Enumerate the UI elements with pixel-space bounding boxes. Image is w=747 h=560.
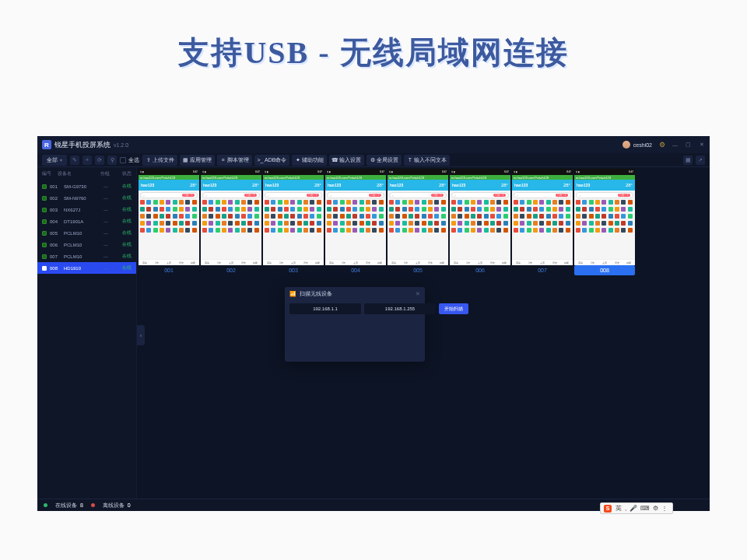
main-area: ⚲ ▮8:47m.hao123.com/?vit=h123hao12328°⌕百… xyxy=(137,167,710,499)
titlebar: R 锐星手机投屏系统 v1.2.0 ceshi02 xyxy=(37,136,710,153)
text-icon: T xyxy=(407,157,412,163)
device-row-007[interactable]: 007PCLM10—在线 xyxy=(37,250,136,262)
row-checkbox[interactable] xyxy=(42,219,47,224)
ime-item[interactable]: 英 xyxy=(615,505,622,512)
user-menu[interactable]: ceshi02 xyxy=(622,141,652,149)
phone-screen: ⚲ ▮8:47m.hao123.com/?vit=h123hao12328°⌕百… xyxy=(325,169,386,265)
detach-icon[interactable]: ↗ xyxy=(696,156,705,165)
phone-screen: ⚲ ▮8:47m.hao123.com/?vit=h123hao12328°⌕百… xyxy=(201,169,261,265)
row-checkbox[interactable] xyxy=(42,243,47,247)
ip-from-input[interactable] xyxy=(289,303,361,314)
phone-label: 001 xyxy=(139,265,199,275)
wifi-icon[interactable]: ⚲ xyxy=(107,156,117,165)
toolbar-phone-button[interactable]: ☎输入设置 xyxy=(329,155,364,166)
device-row-005[interactable]: 005PCLM10—在线 xyxy=(37,227,136,239)
phone-006[interactable]: ⚲ ▮8:47m.hao123.com/?vit=h123hao12328°⌕百… xyxy=(450,169,510,275)
edit-icon[interactable]: ✎ xyxy=(70,156,79,165)
avatar xyxy=(622,141,630,149)
toolbar: 全部 ✎ + ⟳ ⚲ 全选 ⇧上传文件▦应用管理≡脚本管理>_ADB命令✦辅助功… xyxy=(37,153,710,167)
phone-label: 003 xyxy=(263,265,324,275)
phone-007[interactable]: ⚲ ▮8:47m.hao123.com/?vit=h123hao12328°⌕百… xyxy=(512,169,573,275)
wifi-icon xyxy=(289,291,296,297)
phone-008[interactable]: ⚲ ▮8:47m.hao123.com/?vit=h123hao12328°⌕百… xyxy=(574,169,635,275)
device-sidebar: 编号 设备名 分组 状态 001SM-G9730—在线002SM-N9760—在… xyxy=(37,167,137,499)
ime-item[interactable]: 🎤 xyxy=(630,505,637,512)
phone-002[interactable]: ⚲ ▮8:47m.hao123.com/?vit=h123hao12328°⌕百… xyxy=(201,169,261,275)
device-row-004[interactable]: 004DT1901A—在线 xyxy=(37,215,136,227)
app-window: R 锐星手机投屏系统 v1.2.0 ceshi02 全部 ✎ + ⟳ ⚲ 全选 … xyxy=(37,136,710,511)
toolbar-terminal-button[interactable]: >_ADB命令 xyxy=(254,155,289,166)
user-name: ceshi02 xyxy=(633,142,652,148)
toolbar-text-button[interactable]: T输入不同文本 xyxy=(404,155,450,166)
phone-screen: ⚲ ▮8:47m.hao123.com/?vit=h123hao12328°⌕百… xyxy=(512,169,573,265)
app-title: 锐星手机投屏系统 xyxy=(54,140,110,150)
grid-view-icon[interactable]: ▦ xyxy=(683,156,693,165)
refresh-icon[interactable]: ⟳ xyxy=(95,156,104,165)
upload-icon: ⇧ xyxy=(146,157,151,163)
row-checkbox[interactable] xyxy=(42,254,47,259)
device-row-003[interactable]: 003NX627J—在线 xyxy=(37,204,136,215)
device-row-002[interactable]: 002SM-N9760—在线 xyxy=(37,192,136,204)
phone-screen: ⚲ ▮8:47m.hao123.com/?vit=h123hao12328°⌕百… xyxy=(139,169,199,265)
scan-dialog: 扫描无线设备 开始扫描 xyxy=(285,287,425,362)
ime-item[interactable]: ⚙ xyxy=(653,505,658,512)
minimize-icon[interactable] xyxy=(672,142,679,149)
phone-screen: ⚲ ▮8:47m.hao123.com/?vit=h123hao12328°⌕百… xyxy=(388,169,448,265)
row-checkbox[interactable] xyxy=(42,231,47,236)
toolbar-gear-button[interactable]: ⚙全局设置 xyxy=(366,155,402,166)
script-icon: ≡ xyxy=(220,157,226,163)
phone-icon: ☎ xyxy=(332,157,338,163)
app-version: v1.2.0 xyxy=(114,142,128,148)
phone-screen: ⚲ ▮8:47m.hao123.com/?vit=h123hao12328°⌕百… xyxy=(450,169,510,265)
online-dot-icon xyxy=(44,503,47,507)
sidebar-collapse-handle[interactable]: ‹ xyxy=(137,325,145,345)
gear-icon[interactable] xyxy=(658,142,665,149)
device-row-008[interactable]: 008HD1910—在线 xyxy=(37,262,136,274)
start-scan-button[interactable]: 开始扫描 xyxy=(439,303,468,314)
row-checkbox[interactable] xyxy=(42,184,47,189)
device-grid: ⚲ ▮8:47m.hao123.com/?vit=h123hao12328°⌕百… xyxy=(137,167,710,277)
ime-item[interactable]: ⋮ xyxy=(661,505,668,512)
toolbar-script-button[interactable]: ≡脚本管理 xyxy=(217,155,252,166)
ip-to-input[interactable] xyxy=(364,303,436,314)
device-row-001[interactable]: 001SM-G9730—在线 xyxy=(37,180,136,192)
phone-004[interactable]: ⚲ ▮8:47m.hao123.com/?vit=h123hao12328°⌕百… xyxy=(325,169,386,275)
app-logo-icon: R xyxy=(42,140,51,149)
apps-icon: ▦ xyxy=(183,157,188,163)
dialog-close-icon[interactable] xyxy=(416,291,420,297)
sidebar-header: 编号 设备名 分组 状态 xyxy=(37,167,136,180)
phone-label: 005 xyxy=(388,265,448,275)
add-icon[interactable]: + xyxy=(82,156,92,165)
toolbar-upload-button[interactable]: ⇧上传文件 xyxy=(142,155,177,166)
phone-label: 008 xyxy=(574,265,635,275)
close-icon[interactable] xyxy=(698,142,705,149)
terminal-icon: >_ xyxy=(258,157,263,163)
device-row-006[interactable]: 006PCLM10—在线 xyxy=(37,239,136,250)
phone-screen: ⚲ ▮8:47m.hao123.com/?vit=h123hao12328°⌕百… xyxy=(574,169,635,265)
phone-001[interactable]: ⚲ ▮8:47m.hao123.com/?vit=h123hao12328°⌕百… xyxy=(139,169,199,275)
phone-label: 006 xyxy=(450,265,510,275)
hero-title: 支持USB - 无线局域网连接 xyxy=(0,0,747,89)
row-checkbox[interactable] xyxy=(42,208,47,212)
select-all-checkbox[interactable]: 全选 xyxy=(120,156,139,164)
toolbar-tool-button[interactable]: ✦辅助功能 xyxy=(292,155,327,166)
phone-label: 004 xyxy=(325,265,386,275)
phone-003[interactable]: ⚲ ▮8:47m.hao123.com/?vit=h123hao12328°⌕百… xyxy=(263,169,324,275)
ime-logo-icon: S xyxy=(604,505,612,513)
offline-dot-icon xyxy=(91,503,95,507)
ime-toolbar[interactable]: S 英,🎤⌨⚙⋮ xyxy=(600,502,673,514)
row-checkbox[interactable] xyxy=(42,266,47,271)
row-checkbox[interactable] xyxy=(42,196,47,201)
phone-005[interactable]: ⚲ ▮8:47m.hao123.com/?vit=h123hao12328°⌕百… xyxy=(388,169,448,275)
toolbar-apps-button[interactable]: ▦应用管理 xyxy=(180,155,215,166)
ime-item[interactable]: , xyxy=(625,505,626,512)
phone-screen: ⚲ ▮8:47m.hao123.com/?vit=h123hao12328°⌕百… xyxy=(263,169,324,265)
gear-icon: ⚙ xyxy=(370,157,375,163)
tool-icon: ✦ xyxy=(295,157,300,163)
phone-label: 007 xyxy=(512,265,573,275)
ime-item[interactable]: ⌨ xyxy=(640,505,650,512)
dialog-title: 扫描无线设备 xyxy=(300,290,332,298)
phone-label: 002 xyxy=(201,265,261,275)
filter-dropdown[interactable]: 全部 xyxy=(42,155,67,166)
maximize-icon[interactable] xyxy=(685,142,692,149)
